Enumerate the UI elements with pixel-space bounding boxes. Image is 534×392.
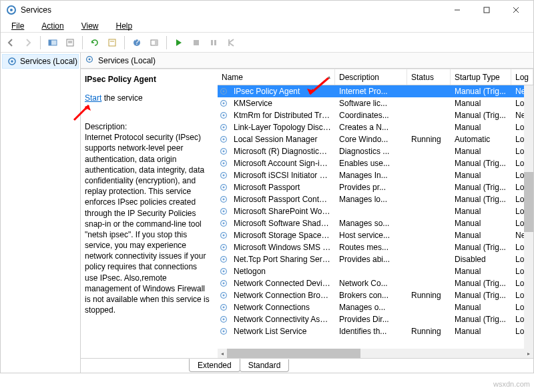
- col-startup-type[interactable]: Startup Type: [451, 69, 511, 85]
- start-service-link[interactable]: Start: [85, 93, 101, 103]
- svg-point-61: [222, 307, 224, 309]
- minimize-button[interactable]: [443, 1, 472, 19]
- table-row[interactable]: Microsoft Passport ContainerManages lo..…: [218, 193, 533, 205]
- table-row[interactable]: Microsoft Storage Spaces S...Host servic…: [218, 229, 533, 241]
- svg-point-63: [222, 319, 224, 321]
- table-row[interactable]: Microsoft SharePoint Works...ManualLoc: [218, 205, 533, 217]
- tab-extended[interactable]: Extended: [189, 359, 240, 372]
- cell-startup: Manual (Trig...: [451, 243, 511, 252]
- export-list-button[interactable]: [63, 35, 77, 50]
- table-row[interactable]: Network Connected Device...Network Co...…: [218, 277, 533, 289]
- svg-point-1: [10, 9, 13, 11]
- cell-description: Network Co...: [335, 279, 407, 288]
- gear-icon: [218, 279, 230, 288]
- svg-rect-11: [109, 39, 115, 46]
- gear-icon: [218, 219, 230, 228]
- table-row[interactable]: IPsec Policy AgentInternet Pro...Manual …: [218, 85, 533, 97]
- scroll-left-icon[interactable]: ◂: [218, 349, 227, 358]
- table-row[interactable]: Network ConnectionsManages o...ManualLoc: [218, 301, 533, 313]
- table-row[interactable]: Link-Layer Topology Discov...Creates a N…: [218, 121, 533, 133]
- menu-view[interactable]: View: [73, 21, 107, 31]
- help-button[interactable]: ?: [129, 35, 144, 50]
- menu-action[interactable]: Action: [33, 21, 71, 31]
- svg-point-29: [222, 115, 224, 117]
- vertical-scrollbar[interactable]: [524, 85, 533, 349]
- toolbar: ?: [1, 33, 533, 53]
- refresh-button[interactable]: [87, 35, 102, 50]
- nav-back-button[interactable]: [3, 35, 18, 50]
- nav-forward-button[interactable]: [21, 35, 35, 50]
- stop-service-button[interactable]: [189, 35, 204, 50]
- col-name[interactable]: Name▴: [218, 69, 335, 85]
- svg-point-39: [222, 175, 224, 177]
- table-row[interactable]: Local Session ManagerCore Windo...Runnin…: [218, 133, 533, 145]
- svg-rect-18: [211, 40, 213, 45]
- table-row[interactable]: NetlogonManualLoc: [218, 265, 533, 277]
- svg-text:?: ?: [135, 38, 140, 47]
- cell-name: IPsec Policy Agent: [230, 87, 335, 96]
- svg-point-53: [222, 259, 224, 261]
- cell-name: Netlogon: [230, 267, 335, 276]
- cell-startup: Manual: [451, 219, 511, 228]
- cell-description: Brokers con...: [335, 291, 407, 300]
- maximize-button[interactable]: [472, 1, 501, 19]
- col-description[interactable]: Description: [335, 69, 407, 85]
- cell-name: KtmRm for Distributed Tran...: [230, 111, 335, 120]
- title-bar: Services: [1, 1, 533, 19]
- restart-service-button[interactable]: [224, 35, 238, 50]
- table-row[interactable]: Microsoft iSCSI Initiator Ser...Manages …: [218, 169, 533, 181]
- properties-button[interactable]: [105, 35, 119, 50]
- cell-name: Microsoft (R) Diagnostics H...: [230, 147, 335, 156]
- pause-service-button[interactable]: [206, 35, 221, 50]
- gear-icon: [218, 135, 230, 144]
- cell-description: Routes mes...: [335, 243, 407, 252]
- cell-startup: Disabled: [451, 255, 511, 264]
- cell-description: Manages so...: [335, 219, 407, 228]
- cell-status: Running: [407, 135, 451, 144]
- svg-point-25: [222, 91, 224, 93]
- gear-icon: [218, 327, 230, 336]
- table-row[interactable]: Microsoft (R) Diagnostics H...Diagnostic…: [218, 145, 533, 157]
- cell-name: Network List Service: [230, 327, 335, 336]
- svg-point-57: [222, 283, 224, 285]
- description-label: Description:: [85, 121, 211, 132]
- cell-startup: Manual: [451, 99, 511, 108]
- description-text: Internet Protocol security (IPsec) suppo…: [85, 132, 211, 315]
- table-row[interactable]: Microsoft PassportProvides pr...Manual (…: [218, 181, 533, 193]
- show-hide-pane-button[interactable]: [45, 35, 60, 50]
- gear-icon: [218, 183, 230, 192]
- menu-file[interactable]: File: [3, 21, 32, 31]
- svg-rect-19: [214, 40, 216, 45]
- cell-description: Core Windo...: [335, 135, 407, 144]
- cell-startup: Manual (Trig...: [451, 87, 511, 96]
- table-row[interactable]: Network Connectivity Assis...Provides Di…: [218, 313, 533, 325]
- cell-startup: Manual (Trig...: [451, 111, 511, 120]
- cell-startup: Manual: [451, 267, 511, 276]
- cell-description: Software lic...: [335, 99, 407, 108]
- gear-icon: [218, 267, 230, 276]
- table-row[interactable]: Microsoft Windows SMS Ro...Routes mes...…: [218, 241, 533, 253]
- start-service-button[interactable]: [172, 35, 186, 50]
- close-button[interactable]: [501, 1, 531, 19]
- scroll-right-icon[interactable]: ▸: [524, 349, 533, 358]
- table-row[interactable]: Network Connection BrokerBrokers con...R…: [218, 289, 533, 301]
- hide-action-pane[interactable]: [147, 35, 162, 50]
- table-row[interactable]: KMServiceSoftware lic...ManualLoc: [218, 97, 533, 109]
- tree-root-services-local[interactable]: Services (Local): [2, 54, 79, 69]
- svg-rect-16: [155, 40, 158, 45]
- svg-point-31: [222, 127, 224, 129]
- gear-icon: [218, 255, 230, 264]
- table-row[interactable]: Net.Tcp Port Sharing ServiceProvides abi…: [218, 253, 533, 265]
- scrollbar-thumb[interactable]: [524, 172, 533, 232]
- table-row[interactable]: Microsoft Account Sign-in ...Enables use…: [218, 157, 533, 169]
- column-headers: Name▴ Description Status Startup Type Lo…: [218, 69, 533, 85]
- col-status[interactable]: Status: [407, 69, 451, 85]
- table-row[interactable]: Network List ServiceIdentifies th...Runn…: [218, 325, 533, 337]
- view-tabs: ExtendedStandard: [81, 358, 533, 373]
- col-logon-as[interactable]: Log: [511, 69, 533, 85]
- horizontal-scrollbar[interactable]: ◂ ▸: [218, 349, 533, 358]
- table-row[interactable]: Microsoft Software Shadow...Manages so..…: [218, 217, 533, 229]
- tab-standard[interactable]: Standard: [240, 359, 290, 372]
- menu-help[interactable]: Help: [108, 21, 141, 31]
- table-row[interactable]: KtmRm for Distributed Tran...Coordinates…: [218, 109, 533, 121]
